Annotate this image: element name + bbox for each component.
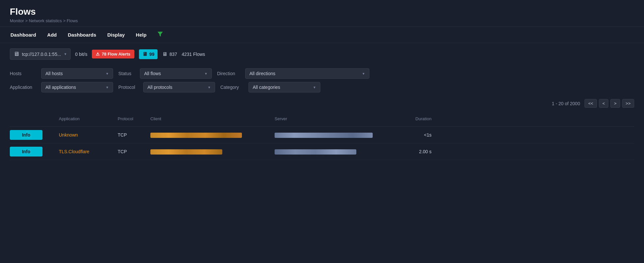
- source-arrow-icon: ▼: [64, 52, 67, 56]
- offline-hosts-count: 🖥 837: [162, 51, 177, 57]
- filter-icon[interactable]: [157, 31, 163, 39]
- direction-select[interactable]: All directions ▼: [245, 68, 369, 79]
- hosts-select[interactable]: All hosts ▼: [41, 68, 113, 79]
- row-1-info-button[interactable]: Info: [10, 130, 42, 140]
- offline-count-value: 837: [169, 52, 177, 57]
- row-2-action-cell: Info: [10, 145, 56, 158]
- flows-table: Application Protocol Client Server Durat…: [0, 111, 644, 160]
- table-row: Info TLS.Cloudflare TCP 2.00 s: [10, 143, 634, 160]
- row-1-action-cell: Info: [10, 129, 56, 141]
- page-last-button[interactable]: >>: [622, 99, 634, 108]
- pagination-row: 1 - 20 of 2000 << < > >>: [0, 96, 644, 111]
- page-title: Flows: [10, 7, 634, 17]
- header: Flows Monitor > Network statistics > Flo…: [0, 0, 644, 26]
- protocol-label: Protocol: [118, 85, 138, 90]
- row-2-protocol: TCP: [114, 149, 147, 154]
- nav-dashboard[interactable]: Dashboard: [10, 30, 37, 40]
- flow-alerts-badge[interactable]: ⚠ 78 Flow Alerts: [92, 50, 134, 58]
- row-1-client-cell: [147, 132, 271, 138]
- application-filter-label: Application: [10, 85, 36, 90]
- protocol-value: All protocols: [147, 85, 172, 90]
- warning-icon: ⚠: [96, 52, 100, 57]
- flows-total-count: 4231 Flows: [182, 52, 205, 57]
- row-2-client-cell: [147, 149, 271, 154]
- filter-row-2: Application All applications ▼ Protocol …: [10, 82, 634, 92]
- application-value: All applications: [45, 85, 76, 90]
- nav-bar: Dashboard Add Dashboards Display Help: [0, 26, 644, 43]
- protocol-select[interactable]: All protocols ▼: [143, 82, 215, 92]
- breadcrumb: Monitor > Network statistics > Flows: [10, 18, 634, 23]
- application-arrow-icon: ▼: [106, 86, 109, 89]
- toolbar: 🖥 tcp://127.0.0.1:55... ▼ 0 bit/s ⚠ 78 F…: [0, 43, 644, 65]
- direction-value: All directions: [249, 71, 275, 76]
- row-1-app-name: Unknown: [56, 132, 114, 138]
- page-prev-button[interactable]: <: [599, 99, 609, 108]
- nav-help[interactable]: Help: [135, 30, 147, 40]
- row-1-protocol: TCP: [114, 132, 147, 138]
- alert-count: 78 Flow Alerts: [102, 52, 130, 57]
- col-server: Server: [271, 114, 396, 123]
- row-2-duration: 2.00 s: [396, 149, 435, 154]
- application-select[interactable]: All applications ▼: [41, 82, 113, 92]
- status-arrow-icon: ▼: [204, 72, 208, 75]
- col-protocol: Protocol: [114, 114, 147, 123]
- online-count: 99: [149, 52, 155, 57]
- category-arrow-icon: ▼: [313, 86, 316, 89]
- hosts-value: All hosts: [45, 71, 63, 76]
- status-label: Status: [118, 71, 135, 76]
- filters-section: Hosts All hosts ▼ Status All flows ▼ Dir…: [0, 65, 644, 96]
- online-hosts-badge[interactable]: 🖥 99: [139, 49, 158, 59]
- monitor-icon: 🖥: [13, 51, 19, 58]
- row-2-app-name: TLS.Cloudflare: [56, 149, 114, 154]
- direction-arrow-icon: ▼: [362, 72, 365, 75]
- nav-display[interactable]: Display: [107, 30, 125, 40]
- hosts-arrow-icon: ▼: [106, 72, 109, 75]
- monitor-offline-icon: 🖥: [162, 51, 167, 57]
- source-selector[interactable]: 🖥 tcp://127.0.0.1:55... ▼: [10, 48, 71, 60]
- monitor-online-icon: 🖥: [142, 51, 147, 57]
- row-1-duration: <1s: [396, 132, 435, 138]
- category-select[interactable]: All categories ▼: [248, 82, 320, 92]
- hosts-label: Hosts: [10, 71, 36, 76]
- table-row: Info Unknown TCP <1s: [10, 127, 634, 143]
- status-select[interactable]: All flows ▼: [140, 68, 212, 79]
- svg-marker-0: [158, 32, 163, 37]
- filter-row-1: Hosts All hosts ▼ Status All flows ▼ Dir…: [10, 68, 634, 79]
- row-2-info-button[interactable]: Info: [10, 147, 42, 156]
- col-duration: Duration: [396, 114, 435, 123]
- category-label: Category: [220, 85, 243, 90]
- page-first-button[interactable]: <<: [585, 99, 597, 108]
- row-1-server-cell: [271, 132, 396, 138]
- nav-dashboards[interactable]: Dashboards: [67, 30, 97, 40]
- pagination-info: 1 - 20 of 2000: [552, 101, 580, 106]
- table-header: Application Protocol Client Server Durat…: [10, 111, 634, 127]
- direction-label: Direction: [217, 71, 240, 76]
- source-address: tcp://127.0.0.1:55...: [22, 52, 61, 57]
- nav-add[interactable]: Add: [46, 30, 57, 40]
- bitrate-display: 0 bit/s: [75, 52, 87, 57]
- col-application: Application: [56, 114, 114, 123]
- col-action: [10, 114, 56, 123]
- row-2-server-cell: [271, 149, 396, 154]
- protocol-arrow-icon: ▼: [208, 86, 211, 89]
- category-value: All categories: [253, 85, 280, 90]
- page-next-button[interactable]: >: [610, 99, 620, 108]
- status-value: All flows: [144, 71, 161, 76]
- col-client: Client: [147, 114, 271, 123]
